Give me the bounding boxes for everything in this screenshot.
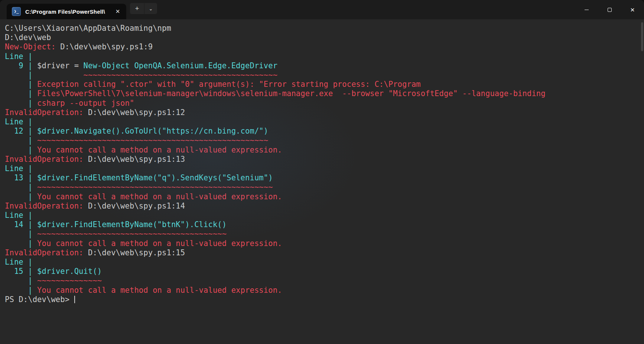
terminal-row: 9 | $driver = New-Object OpenQA.Selenium… xyxy=(5,61,644,71)
terminal-row: | Files\PowerShell\7\selenium-manager\wi… xyxy=(5,89,644,98)
terminal-text-segment: Line | xyxy=(5,164,37,173)
terminal-text-segment: InvalidOperation: xyxy=(5,155,88,164)
terminal-cursor xyxy=(74,296,75,303)
terminal-text-segment: | xyxy=(5,286,37,295)
terminal-row: InvalidOperation: D:\dev\web\spy.ps1:13 xyxy=(5,155,644,164)
maximize-button[interactable] xyxy=(598,0,621,19)
terminal-text-segment: $driver = xyxy=(37,61,83,70)
terminal-row: | ~~~~~~~~~~~~~~~~~~~~~~~~~~~~~~~~~~~~~~… xyxy=(5,183,644,192)
terminal-row: | You cannot call a method on a null-val… xyxy=(5,192,644,202)
terminal-row: | You cannot call a method on a null-val… xyxy=(5,145,644,155)
terminal-text-segment: Line | xyxy=(5,258,37,266)
terminal-text-segment: D:\dev\web xyxy=(5,33,51,42)
terminal-row: Line | xyxy=(5,117,644,127)
terminal-window: ❯_ C:\Program Files\PowerShell\ ✕ + ⌄ ✕ … xyxy=(0,0,644,344)
terminal-row: Line | xyxy=(5,211,644,220)
terminal-text-segment: You cannot call a method on a null-value… xyxy=(37,192,282,201)
tab-dropdown-button[interactable]: ⌄ xyxy=(144,3,157,14)
terminal-text-segment: $driver.FindElementByName("q").SendKeys(… xyxy=(37,173,273,182)
terminal-text-segment: | xyxy=(5,229,37,238)
terminal-row: InvalidOperation: D:\dev\web\spy.ps1:12 xyxy=(5,108,644,117)
terminal-text-segment: D:\dev\web\spy.ps1:14 xyxy=(88,202,185,210)
terminal-text-segment: | xyxy=(5,183,37,191)
close-icon: ✕ xyxy=(630,7,635,13)
terminal-text-segment: InvalidOperation: xyxy=(5,248,88,257)
terminal-row: | ~~~~~~~~~~~~~~ xyxy=(5,276,644,285)
terminal-text-segment: InvalidOperation: xyxy=(5,108,88,117)
terminal-text-segment: You cannot call a method on a null-value… xyxy=(37,239,282,248)
minimize-button[interactable] xyxy=(575,0,598,19)
terminal-text-segment: D:\dev\web\spy.ps1:12 xyxy=(88,108,185,117)
titlebar[interactable]: ❯_ C:\Program Files\PowerShell\ ✕ + ⌄ ✕ xyxy=(0,0,644,19)
terminal-row: | You cannot call a method on a null-val… xyxy=(5,239,644,248)
terminal-text-segment: 13 | xyxy=(5,173,37,182)
terminal-text-segment: Line | xyxy=(5,211,37,220)
terminal-text-segment: C:\Users\Xiaoran\AppData\Roaming\npm xyxy=(5,24,171,33)
terminal-text-segment: $driver.Navigate().GoToUrl("https://cn.b… xyxy=(37,127,268,135)
terminal-row: Line | xyxy=(5,164,644,173)
terminal-row: InvalidOperation: D:\dev\web\spy.ps1:15 xyxy=(5,248,644,258)
terminal-text-segment: 14 | xyxy=(5,220,37,229)
terminal-text-segment: D:\dev\web\spy.ps1:15 xyxy=(88,248,185,257)
close-button[interactable]: ✕ xyxy=(621,0,644,19)
terminal-text-segment: Exception calling ".ctor" with "0" argum… xyxy=(37,80,421,89)
terminal-text-segment: | xyxy=(5,99,37,108)
terminal-text-segment: ~~~~~~~~~~~~~~~~~~~~~~~~~~~~~~~~~~~~~~~~… xyxy=(37,136,268,145)
new-tab-button[interactable]: + xyxy=(130,3,144,14)
terminal-row: | csharp --output json" xyxy=(5,99,644,108)
terminal-row: Line | xyxy=(5,52,644,61)
terminal-row: 12 | $driver.Navigate().GoToUrl("https:/… xyxy=(5,127,644,136)
terminal-text-segment: ~~~~~~~~~~~~~~~~~~~~~~~~~~~~~~~~~~~~~~~~… xyxy=(37,229,227,238)
tab-close-icon[interactable]: ✕ xyxy=(113,7,123,16)
terminal-row: Line | xyxy=(5,258,644,267)
terminal-text-segment: | xyxy=(5,276,37,285)
minimize-icon xyxy=(585,10,589,10)
terminal-text-segment: | xyxy=(5,192,37,201)
terminal-text-segment: PS D:\dev\web> xyxy=(5,295,74,304)
terminal-text-segment: $driver.FindElementByName("btnK").Click(… xyxy=(37,220,227,229)
terminal-row: | ~~~~~~~~~~~~~~~~~~~~~~~~~~~~~~~~~~~~~~… xyxy=(5,229,644,239)
terminal-text-segment: ~~~~~~~~~~~~~~~~~~~~~~~~~~~~~~~~~~~~~~~~… xyxy=(37,71,277,79)
powershell-icon: ❯_ xyxy=(12,7,21,16)
tab-title: C:\Program Files\PowerShell\ xyxy=(25,9,113,15)
terminal-row: PS D:\dev\web> xyxy=(5,295,644,304)
terminal-text-segment: | xyxy=(5,71,37,79)
terminal-text-segment: InvalidOperation: xyxy=(5,202,88,210)
scrollbar-thumb[interactable] xyxy=(641,22,643,51)
terminal-row: 15 | $driver.Quit() xyxy=(5,267,644,276)
terminal-row: | You cannot call a method on a null-val… xyxy=(5,286,644,295)
terminal-output[interactable]: C:\Users\Xiaoran\AppData\Roaming\npmD:\d… xyxy=(0,19,644,344)
terminal-text-segment: 12 | xyxy=(5,127,37,135)
terminal-text-segment: | xyxy=(5,239,37,248)
terminal-row: 13 | $driver.FindElementByName("q").Send… xyxy=(5,173,644,183)
terminal-text-segment: New-Object OpenQA.Selenium.Edge.EdgeDriv… xyxy=(84,61,278,70)
terminal-text-segment: ~~~~~~~~~~~~~~~~~~~~~~~~~~~~~~~~~~~~~~~~… xyxy=(37,183,273,191)
terminal-text-segment: D:\dev\web\spy.ps1:9 xyxy=(60,42,153,51)
terminal-text-segment: | xyxy=(5,89,37,98)
maximize-icon xyxy=(608,8,612,12)
terminal-row: C:\Users\Xiaoran\AppData\Roaming\npm xyxy=(5,24,644,33)
terminal-text-segment: | xyxy=(5,80,37,89)
terminal-row: D:\dev\web xyxy=(5,33,644,42)
terminal-text-segment: New-Object: xyxy=(5,42,60,51)
terminal-text-segment: 15 | xyxy=(5,267,37,276)
terminal-text-segment: csharp --output json" xyxy=(37,99,134,108)
terminal-row: New-Object: D:\dev\web\spy.ps1:9 xyxy=(5,42,644,52)
terminal-row: | ~~~~~~~~~~~~~~~~~~~~~~~~~~~~~~~~~~~~~~… xyxy=(5,71,644,80)
terminal-row: | Exception calling ".ctor" with "0" arg… xyxy=(5,80,644,89)
terminal-row: 14 | $driver.FindElementByName("btnK").C… xyxy=(5,220,644,229)
terminal-text-segment: 9 | xyxy=(5,61,37,70)
terminal-text-segment: Line | xyxy=(5,117,37,126)
terminal-text-segment: Line | xyxy=(5,52,37,61)
terminal-row: | ~~~~~~~~~~~~~~~~~~~~~~~~~~~~~~~~~~~~~~… xyxy=(5,136,644,145)
terminal-text-segment: ~~~~~~~~~~~~~~ xyxy=(37,276,102,285)
tab-powershell[interactable]: ❯_ C:\Program Files\PowerShell\ ✕ xyxy=(7,4,126,19)
terminal-text-segment: | xyxy=(5,145,37,154)
terminal-text-segment: D:\dev\web\spy.ps1:13 xyxy=(88,155,185,164)
terminal-row: InvalidOperation: D:\dev\web\spy.ps1:14 xyxy=(5,202,644,211)
terminal-text-segment: You cannot call a method on a null-value… xyxy=(37,145,282,154)
terminal-text-segment: You cannot call a method on a null-value… xyxy=(37,286,282,295)
terminal-text-segment: Files\PowerShell\7\selenium-manager\wind… xyxy=(37,89,546,98)
terminal-text-segment: | xyxy=(5,136,37,145)
terminal-text-segment: $driver.Quit() xyxy=(37,267,102,276)
